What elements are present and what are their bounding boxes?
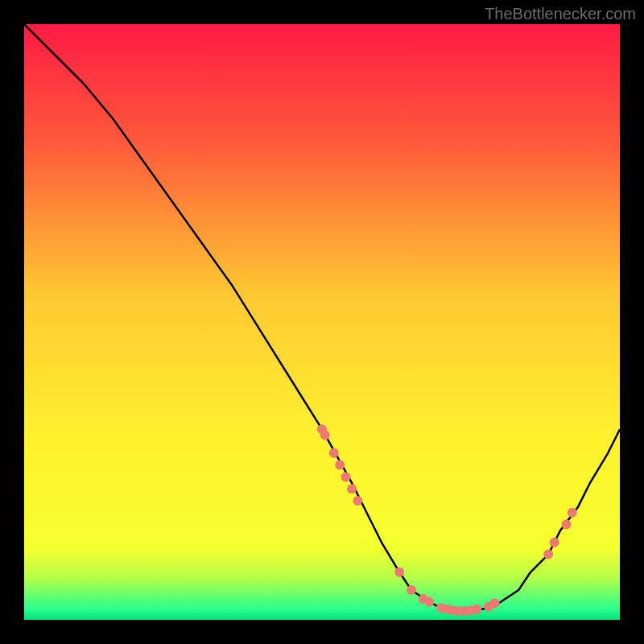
data-point (424, 597, 434, 607)
data-point (347, 484, 357, 493)
watermark-text: TheBottlenecker.com (485, 5, 636, 23)
chart-svg (24, 24, 620, 620)
data-point (543, 550, 553, 559)
data-point (568, 508, 577, 518)
gradient-background (24, 24, 620, 620)
data-point (335, 460, 345, 470)
data-point (329, 448, 339, 458)
data-point (472, 605, 481, 614)
chart-area (24, 24, 620, 620)
data-point (490, 598, 500, 608)
data-point (561, 520, 571, 530)
data-point (320, 431, 330, 440)
data-point (341, 472, 351, 481)
data-point (407, 585, 416, 595)
data-point (550, 538, 559, 547)
data-point (394, 568, 404, 577)
data-point (353, 496, 362, 506)
